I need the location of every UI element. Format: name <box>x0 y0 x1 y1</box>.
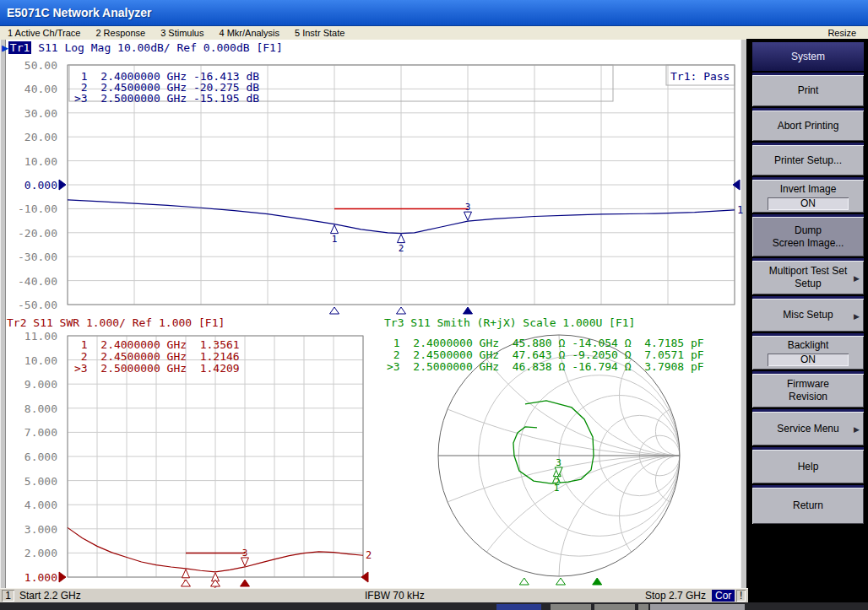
svg-text:3: 3 <box>556 457 561 468</box>
window-title: E5071C Network Analyzer <box>0 6 151 19</box>
softkey-invert-image[interactable]: Invert ImageON <box>752 177 864 213</box>
y-axis-tick-label: 6.000 <box>0 451 57 462</box>
softkey-print[interactable]: Print <box>752 73 864 106</box>
svg-text:3: 3 <box>465 202 471 213</box>
y-axis-tick-label: 2.000 <box>0 548 57 559</box>
instrument-screen: E5071C Network Analyzer 1 Active Ch/Trac… <box>0 0 868 610</box>
menu-active-ch-trace[interactable]: 1 Active Ch/Trace <box>0 28 88 38</box>
warning-badge: ! <box>736 590 746 602</box>
tr2-marker-row: >3 2.5000000 GHz 1.4209 <box>74 363 240 374</box>
y-axis-tick-label: 20.00 <box>0 132 57 143</box>
tr1-format-label: S11 Log Mag 10.00dB/ Ref 0.000dB [F1] <box>31 41 282 54</box>
softkey-service-menu[interactable]: Service Menu▶ <box>752 409 864 445</box>
y-axis-tick-label: 7.000 <box>0 427 57 438</box>
menu-bar: 1 Active Ch/Trace 2 Response 3 Stimulus … <box>0 26 868 40</box>
submenu-arrow-icon: ▶ <box>854 424 860 436</box>
channel-number-badge: 1 <box>2 590 14 602</box>
tr2-header[interactable]: Tr2 S11 SWR 1.000/ Ref 1.000 [F1] <box>7 317 225 329</box>
tr3-marker-row: 1 2.4000000 GHz 45.880 Ω -14.054 Ω 4.718… <box>387 337 704 348</box>
y-axis-tick-label: -30.00 <box>0 251 57 262</box>
y-axis-tick-label: 1.000 <box>0 572 57 583</box>
softkey-dump-screen-image[interactable]: DumpScreen Image... <box>752 214 864 256</box>
menu-response[interactable]: 2 Response <box>88 28 153 38</box>
svg-text:2: 2 <box>366 549 372 561</box>
taskbar-segment <box>496 604 541 610</box>
softkey-sidebar: System Print Abort Printing Printer Setu… <box>746 39 868 602</box>
y-axis-tick-label: 9.000 <box>0 379 57 390</box>
y-axis-tick-label: 3.000 <box>0 524 57 535</box>
softkey-backlight[interactable]: BacklightON <box>752 333 864 370</box>
submenu-arrow-icon: ▶ <box>854 273 860 285</box>
tr1-marker-row: >3 2.5000000 GHz -15.195 dB <box>74 93 259 104</box>
softkey-misc-setup[interactable]: Misc Setup▶ <box>752 296 864 332</box>
softkey-multiport-test-set-setup[interactable]: Multiport Test SetSetup▶ <box>752 258 864 294</box>
y-axis-tick-label: 30.00 <box>0 108 57 119</box>
y-axis-tick-label: 10.00 <box>0 156 57 167</box>
svg-text:1: 1 <box>332 234 338 245</box>
y-axis-tick-label: 11.00 <box>0 331 57 342</box>
softkey-firmware-revision[interactable]: FirmwareRevision <box>752 371 864 408</box>
svg-text:2: 2 <box>399 243 404 254</box>
tr1-name-badge[interactable]: Tr1 <box>8 41 31 54</box>
smith-grid <box>76 40 746 588</box>
svg-text:3: 3 <box>242 548 248 559</box>
softkey-help[interactable]: Help <box>752 447 864 483</box>
y-axis-tick-label: -10.00 <box>0 203 57 214</box>
y-axis-tick-label: 4.000 <box>0 499 57 510</box>
ifbw-label: IFBW 70 kHz <box>365 590 425 602</box>
y-axis-tick-label: 8.000 <box>0 403 57 414</box>
status-bar: 1 Start 2.2 GHz IFBW 70 kHz Stop 2.7 GHz… <box>0 588 748 603</box>
y-axis-tick-label: -40.00 <box>0 276 57 287</box>
active-trace-pointer-icon: ▶ <box>2 41 8 54</box>
menu-stimulus[interactable]: 3 Stimulus <box>153 28 211 38</box>
tr2-marker-row: 1 2.4000000 GHz 1.3561 <box>74 339 240 350</box>
y-axis-tick-label: 10.00 <box>0 355 57 366</box>
submenu-arrow-icon: ▶ <box>854 310 860 323</box>
taskbar-segment <box>638 604 648 610</box>
tr3-marker-row: 2 2.4500000 GHz 47.643 Ω -9.2050 Ω 7.057… <box>387 349 704 360</box>
title-bar: E5071C Network Analyzer <box>0 0 868 26</box>
tr1-header: ▶Tr1 S11 Log Mag 10.00dB/ Ref 0.000dB [F… <box>2 42 283 54</box>
softkey-printer-setup[interactable]: Printer Setup... <box>752 143 864 175</box>
y-axis-tick-label: 40.00 <box>0 84 57 94</box>
svg-text:2: 2 <box>555 477 561 488</box>
svg-text:1: 1 <box>737 204 743 216</box>
menu-mkr-analysis[interactable]: 4 Mkr/Analysis <box>211 28 287 38</box>
softkey-system: System <box>752 40 864 71</box>
stop-frequency-label: Stop 2.7 GHz <box>645 590 706 602</box>
y-axis-tick-label: 0.000 <box>0 180 57 191</box>
y-axis-tick-label: -50.00 <box>0 300 57 310</box>
tr3-smith-chart: 123 <box>76 40 746 588</box>
bottom-taskbar-strip <box>0 602 868 610</box>
y-axis-tick-label: 5.000 <box>0 476 57 487</box>
backlight-state: ON <box>768 354 849 366</box>
menu-instr-state[interactable]: 5 Instr State <box>287 28 352 38</box>
graph-area: 12311232123 ▶Tr1 S11 Log Mag 10.00dB/ Re… <box>0 40 746 588</box>
y-axis-tick-label: 50.00 <box>0 60 57 71</box>
taskbar-segment <box>594 604 635 610</box>
correction-status-badge: Cor <box>712 590 735 602</box>
tr1-limit-test-result: Tr1: Pass <box>670 70 730 83</box>
charts-canvas: 12311232123 <box>0 40 746 588</box>
tr3-header[interactable]: Tr3 S11 Smith (R+jX) Scale 1.000U [F1] <box>384 317 635 329</box>
invert-image-state: ON <box>768 197 849 210</box>
taskbar-clock-segment <box>650 604 745 610</box>
tr3-marker-row: >3 2.5000000 GHz 46.838 Ω -16.794 Ω 3.79… <box>387 361 704 372</box>
softkey-return[interactable]: Return <box>752 485 864 524</box>
menu-resize[interactable]: Resize <box>827 28 868 38</box>
softkey-abort-printing[interactable]: Abort Printing <box>752 108 864 141</box>
taskbar-segment <box>551 604 591 610</box>
start-frequency-label: Start 2.2 GHz <box>19 590 81 602</box>
tr2-marker-row: 2 2.4500000 GHz 1.2146 <box>74 351 240 362</box>
y-axis-tick-label: -20.00 <box>0 228 57 239</box>
